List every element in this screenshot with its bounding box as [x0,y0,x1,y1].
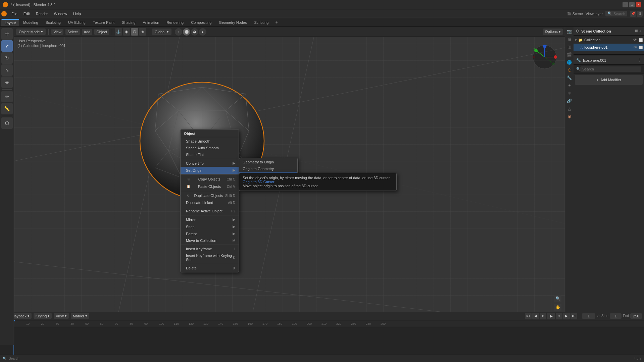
prop-render-icon[interactable]: 📷 [566,28,573,35]
prop-object-data-icon[interactable]: △ [566,105,573,112]
ctx-move-to-collection[interactable]: Move to Collection M [181,237,239,244]
tool-move[interactable]: ⤢ [1,40,13,52]
transform-dropdown[interactable]: Global ▾ [152,29,171,35]
viewport-mode-icon-3[interactable]: ⬡ [131,28,138,36]
prop-particles-icon[interactable]: ✦ [566,82,573,89]
current-frame-input[interactable] [582,313,595,319]
collection-hide-viewport-icon[interactable]: ⬜ [639,38,643,42]
viewport-object-btn[interactable]: Object [94,29,109,35]
ctx-set-origin[interactable]: Set Origin ▶ [181,167,239,174]
ctx-insert-keyframe[interactable]: Insert Keyframe I [181,246,239,252]
next-keyframe-btn[interactable]: ➡ [556,313,562,319]
tool-add[interactable]: ⬡ [1,117,13,129]
collection-eye-icon[interactable]: 👁 [633,38,637,42]
tl-view-btn[interactable]: View ▾ [54,313,69,319]
tab-modeling[interactable]: Modeling [20,19,42,25]
ctx-shade-flat[interactable]: Shade Flat [181,151,239,158]
pan-icon[interactable]: ✋ [554,304,561,311]
viewport-select-btn[interactable]: Select [65,29,80,35]
ctx-paste-objects[interactable]: 📋 Paste Objects Ctrl V [181,183,239,190]
modifier-search-bar[interactable]: 🔍 [574,65,644,73]
tab-scripting[interactable]: Scripting [251,19,272,25]
next-frame-btn[interactable]: ▶ [563,313,570,319]
timeline-area[interactable]: 1 [0,327,644,355]
prop-constraints-icon[interactable]: 🔗 [566,98,573,104]
tab-layout[interactable]: Layout [1,19,19,26]
statusbar-search-input[interactable] [21,357,48,360]
tab-sculpting[interactable]: Sculpting [42,19,64,25]
keying-btn[interactable]: Keying ▾ [34,313,52,319]
ctx-insert-keyframe-keying[interactable]: Insert Keyframe with Keying Set K [181,252,239,263]
tab-geometry-nodes[interactable]: Geometry Nodes [215,19,250,25]
axis-gizmo[interactable]: X Y Z [531,44,558,70]
add-modifier-button[interactable]: + Add Modifier [575,75,643,85]
viewport-mode-icon-4[interactable]: ◈ [139,28,146,36]
tab-uv-editing[interactable]: UV Editing [65,19,89,25]
shading-solid-icon[interactable]: ⬤ [183,28,190,36]
close-button[interactable]: ✕ [636,2,641,7]
modifier-options-icon[interactable]: ⋮ [638,58,641,62]
viewport-add-btn[interactable]: Add [82,29,93,35]
tool-rotate[interactable]: ↻ [1,52,13,64]
ctx-rename[interactable]: Rename Active Object... F2 [181,208,239,214]
tool-annotate[interactable]: ✏ [1,91,13,102]
tool-scale[interactable]: ⤡ [1,64,13,76]
ctx-shade-auto-smooth[interactable]: Shade Auto Smooth [181,145,239,151]
zoom-in-icon[interactable]: 🔍 [554,295,561,302]
shading-material-icon[interactable]: ◕ [191,28,198,36]
scene-selector[interactable]: 🎬 Scene [567,12,583,16]
menu-window[interactable]: Window [51,11,70,16]
icosphere-hide-icon[interactable]: ⬜ [639,46,643,49]
ctx-delete[interactable]: Delete X [181,265,239,271]
ctx-snap[interactable]: Snap ▶ [181,223,239,230]
tool-cursor[interactable]: ✛ [1,28,13,40]
ctx-convert-to[interactable]: Convert To ▶ [181,160,239,167]
viewport-mode-icon-2[interactable]: ◉ [123,28,130,36]
titlebar-controls[interactable]: ─ □ ✕ [623,2,641,7]
prev-keyframe-btn[interactable]: ⬅ [540,313,546,319]
menu-render[interactable]: Render [33,11,51,16]
global-search-bar[interactable]: 🔍 Search [605,11,627,16]
jump-to-start-btn[interactable]: ⏮ [525,313,532,319]
collection-item-main[interactable]: ▾ 📁 Collection 👁 ⬜ [574,36,644,44]
shading-render-icon[interactable]: ● [199,28,206,36]
jump-to-end-btn[interactable]: ⏭ [571,313,577,319]
prop-scene-icon[interactable]: 🎬 [566,51,573,58]
start-frame-input[interactable] [610,313,622,319]
modifier-search-input[interactable] [580,66,641,72]
menu-edit[interactable]: Edit [21,11,33,16]
tab-shading[interactable]: Shading [118,19,139,25]
filter-icon[interactable]: ⊞ [635,29,638,33]
maximize-button[interactable]: □ [629,2,635,7]
menu-help[interactable]: Help [70,11,84,16]
ctx-copy-objects[interactable]: ⎘ Copy Objects Ctrl C [181,175,239,183]
icosphere-item[interactable]: △ Icosphere.001 👁 ⬜ [574,44,644,51]
end-frame-input[interactable] [630,313,642,319]
prop-world-icon[interactable]: 🌐 [566,59,573,66]
viewport-options-btn[interactable]: Options ▾ [543,29,563,35]
tab-texture-paint[interactable]: Texture Paint [90,19,118,25]
prop-object-icon[interactable]: ⬡ [566,67,573,73]
submenu-geometry-to-origin[interactable]: Geometry to Origin [239,159,297,165]
minimize-button[interactable]: ─ [623,2,628,7]
icosphere-eye-icon[interactable]: 👁 [633,45,637,50]
ctx-mirror[interactable]: Mirror ▶ [181,216,239,223]
play-btn[interactable]: ▶ [547,313,555,319]
pin-icon[interactable]: 📌 [630,11,636,17]
ctx-duplicate-objects[interactable]: ⧉ Duplicate Objects Shift D [181,192,239,199]
tab-compositing[interactable]: Compositing [188,19,215,25]
ctx-shade-smooth[interactable]: Shade Smooth [181,138,239,145]
prop-output-icon[interactable]: 🖥 [566,36,573,43]
ctx-parent[interactable]: Parent ▶ [181,230,239,237]
submenu-origin-to-geometry[interactable]: Origin to Geometry [239,165,297,172]
prop-modifier-icon[interactable]: 🔧 [566,74,573,81]
object-mode-selector[interactable]: Object Mode ▾ [16,29,46,35]
viewport-mode-icon-1[interactable]: ⚓ [115,28,122,36]
prop-view-layer-icon[interactable]: ◫ [566,44,573,50]
add-collection-icon[interactable]: + [639,29,641,33]
tab-animation[interactable]: Animation [140,19,163,25]
ctx-duplicate-linked[interactable]: Duplicate Linked Alt D [181,199,239,206]
tab-add-button[interactable]: + [273,19,281,26]
viewport-view-btn[interactable]: View [51,29,63,35]
viewlayer-selector[interactable]: ViewLayer [586,12,603,16]
